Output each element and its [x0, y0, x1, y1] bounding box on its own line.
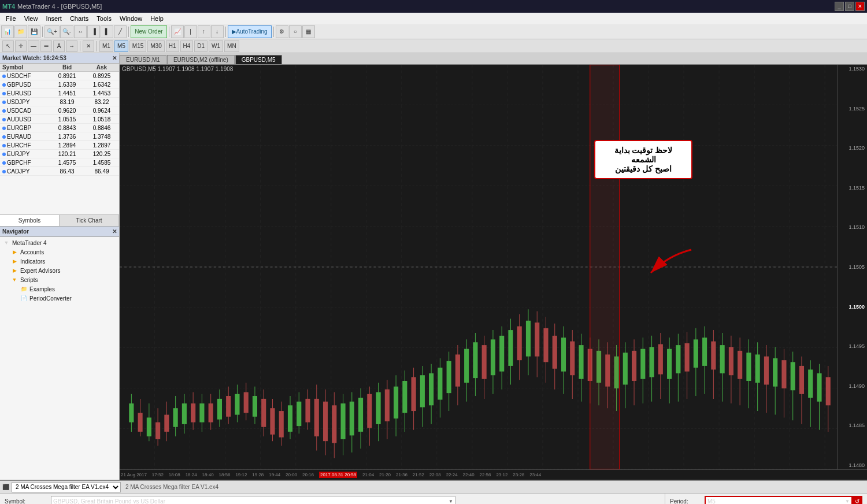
- mw-row[interactable]: EURAUD 1.3736 1.3748: [0, 132, 119, 141]
- cursor-button[interactable]: ↖: [2, 40, 14, 52]
- mw-tab-symbols[interactable]: Symbols: [0, 215, 60, 226]
- mw-cell-symbol: GBPCHF: [0, 160, 50, 166]
- chart-down-button[interactable]: ↓: [211, 25, 224, 38]
- menu-charts[interactable]: Charts: [66, 14, 92, 23]
- circle-button[interactable]: ○: [289, 25, 302, 38]
- price-2: 1.1525: [838, 106, 867, 112]
- new-chart-button[interactable]: 📊: [1, 25, 14, 38]
- tf-m15[interactable]: M15: [129, 40, 146, 52]
- svg-rect-87: [491, 339, 495, 375]
- period-combo[interactable]: M5 ▼: [705, 496, 853, 504]
- menu-file[interactable]: File: [2, 14, 20, 23]
- menu-view[interactable]: View: [21, 14, 42, 23]
- crosshair-button[interactable]: ✛: [15, 40, 27, 52]
- bar-chart-button[interactable]: ▌: [101, 25, 113, 38]
- minimize-button[interactable]: _: [835, 2, 844, 11]
- period-sep-button[interactable]: |: [184, 25, 197, 38]
- mw-row[interactable]: CADJPY 86.43 86.49: [0, 167, 119, 176]
- ea-selector[interactable]: 2 MA Crosses Mega filter EA V1.ex4: [12, 482, 121, 492]
- menu-help[interactable]: Help: [147, 14, 167, 23]
- mw-row[interactable]: EURUSD 1.4451 1.4453: [0, 89, 119, 98]
- time-labels: 21 Aug 2017 17:52 18:08 18:24 18:40 18:5…: [121, 472, 541, 477]
- zoom-in-button[interactable]: 🔍+: [45, 25, 60, 38]
- mw-row[interactable]: EURCHF 1.2894 1.2897: [0, 141, 119, 150]
- settings-button[interactable]: ⚙: [276, 25, 288, 38]
- nav-metatrader4[interactable]: ▼ MetaTrader 4: [1, 238, 118, 247]
- chart-header-info: GBPUSD,M5 1.1907 1.1908 1.1907 1.1908: [122, 66, 233, 72]
- price-6: 1.1505: [838, 264, 867, 270]
- market-watch-close[interactable]: ✕: [112, 55, 117, 61]
- nav-root-icon: ▼: [2, 239, 10, 247]
- mw-row[interactable]: AUDUSD 1.0515 1.0518: [0, 115, 119, 124]
- close-button[interactable]: ✕: [855, 2, 865, 11]
- svg-rect-79: [455, 354, 460, 386]
- menubar: File View Insert Charts Tools Window Hel…: [0, 13, 867, 24]
- tf-h1[interactable]: H1: [166, 40, 179, 52]
- nav-expert-advisors[interactable]: ▶ Expert Advisors: [1, 266, 118, 275]
- tf-h4[interactable]: H4: [180, 40, 194, 52]
- tf-d1[interactable]: D1: [194, 40, 208, 52]
- svg-rect-99: [543, 328, 548, 362]
- candlestick-button[interactable]: ▐: [87, 25, 100, 38]
- titlebar-controls[interactable]: _ □ ✕: [835, 2, 865, 11]
- grid-button[interactable]: ▦: [302, 25, 315, 38]
- svg-rect-101: [553, 336, 557, 369]
- line-tool-button[interactable]: —: [28, 40, 39, 52]
- maximize-button[interactable]: □: [845, 2, 854, 11]
- menu-window[interactable]: Window: [116, 14, 146, 23]
- mw-tab-tick[interactable]: Tick Chart: [60, 215, 119, 226]
- mw-cell-bid: 83.19: [50, 99, 84, 105]
- zoom-out-button[interactable]: 🔍-: [60, 25, 73, 38]
- period-apply-button[interactable]: ↺: [852, 496, 862, 504]
- mw-row[interactable]: USDJPY 83.19 83.22: [0, 98, 119, 106]
- indicators-button[interactable]: 📈: [171, 25, 184, 38]
- period-spread-area: Period: M5 ▼ ↺ Spread: 8: [665, 494, 867, 504]
- save-button[interactable]: 💾: [28, 25, 40, 38]
- mw-row[interactable]: EURJPY 120.21 120.25: [0, 150, 119, 158]
- chart-tab-eurusd-m2[interactable]: EURUSD,M2 (offline): [167, 55, 235, 64]
- nav-scripts[interactable]: ▼ Scripts: [1, 275, 118, 284]
- mw-row[interactable]: USDCHF 0.8921 0.8925: [0, 72, 119, 80]
- menu-insert[interactable]: Insert: [42, 14, 65, 23]
- svg-rect-161: [817, 373, 821, 402]
- chart-up-button[interactable]: ↑: [198, 25, 210, 38]
- bottom-form-area: Symbol: GBPUSD, Great Britain Pound vs U…: [0, 494, 867, 504]
- menu-tools[interactable]: Tools: [93, 14, 115, 23]
- mw-cell-symbol: AUDUSD: [0, 116, 50, 123]
- mw-cell-symbol: EURJPY: [0, 151, 50, 157]
- chart-canvas[interactable]: GBPUSD,M5 1.1907 1.1908 1.1907 1.1908: [120, 65, 837, 469]
- tf-w1[interactable]: W1: [209, 40, 223, 52]
- mw-row[interactable]: USDCAD 0.9620 0.9624: [0, 106, 119, 115]
- line-chart-button[interactable]: ╱: [114, 25, 127, 38]
- svg-rect-45: [305, 399, 310, 423]
- mw-row[interactable]: GBPCHF 1.4575 1.4585: [0, 158, 119, 167]
- nav-indicators[interactable]: ▶ Indicators: [1, 257, 118, 266]
- mw-row[interactable]: EURGBP 0.8843 0.8846: [0, 124, 119, 132]
- mw-cell-ask: 83.22: [84, 99, 119, 105]
- delete-button[interactable]: ✕: [83, 40, 94, 52]
- chart-scroll-button[interactable]: ↔: [74, 25, 87, 38]
- tf-m1[interactable]: M1: [99, 40, 113, 52]
- chart-tab-eurusd-m1[interactable]: EURUSD,M1: [120, 55, 166, 64]
- text-button[interactable]: A: [53, 40, 65, 52]
- bottom-toolbar: ⬛ 2 MA Crosses Mega filter EA V1.ex4 2 M…: [0, 481, 867, 494]
- navigator-panel: Navigator ✕ ▼ MetaTrader 4 ▶ Accounts ▶ …: [0, 227, 119, 480]
- tf-mn[interactable]: MN: [224, 40, 239, 52]
- nav-period-converter[interactable]: 📄 PeriodConverter: [1, 294, 118, 303]
- mw-cell-bid: 1.0515: [50, 116, 84, 123]
- svg-rect-157: [799, 366, 804, 394]
- chart-tab-gbpusd-m5[interactable]: GBPUSD,M5: [235, 55, 282, 64]
- autotrading-button[interactable]: ▶ AutoTrading: [228, 25, 272, 38]
- open-button[interactable]: 📁: [14, 25, 27, 38]
- symbol-combo[interactable]: GBPUSD, Great Britain Pound vs US Dollar…: [51, 496, 455, 504]
- nav-accounts[interactable]: ▶ Accounts: [1, 247, 118, 257]
- toolbar-main: 📊 📁 💾 🔍+ 🔍- ↔ ▐ ▌ ╱ New Order 📈 | ↑ ↓ ▶ …: [0, 24, 867, 39]
- new-order-button[interactable]: New Order: [131, 25, 166, 38]
- nav-examples[interactable]: 📁 Examples: [1, 284, 118, 294]
- hline-button[interactable]: ═: [40, 40, 52, 52]
- navigator-close[interactable]: ✕: [112, 228, 117, 235]
- tf-m30[interactable]: M30: [147, 40, 164, 52]
- arrow-button[interactable]: →: [66, 40, 77, 52]
- mw-row[interactable]: GBPUSD 1.6339 1.6342: [0, 80, 119, 89]
- tf-m5[interactable]: M5: [114, 40, 128, 52]
